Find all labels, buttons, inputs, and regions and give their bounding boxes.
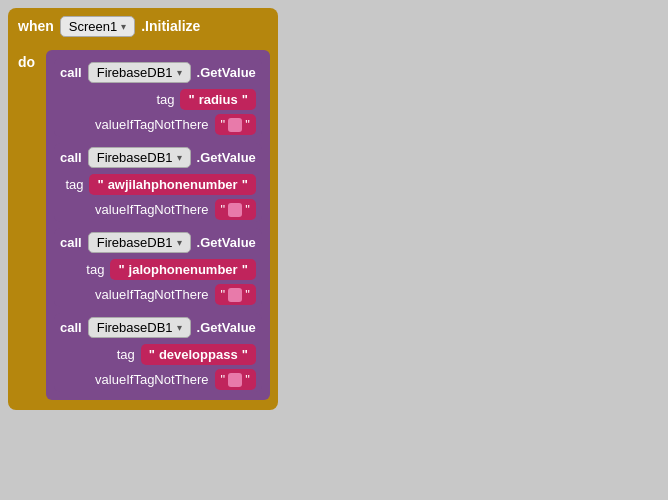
call-row-2: call FirebaseDB1 ▾ .GetValue <box>54 228 262 257</box>
call-row-0: call FirebaseDB1 ▾ .GetValue <box>54 58 262 87</box>
valueifnotthere-label-0: valueIfTagNotThere <box>95 117 208 132</box>
empty-close-quote-0: " <box>245 117 250 132</box>
screen-dropdown-label: Screen1 <box>69 19 117 34</box>
when-label: when <box>18 18 54 34</box>
firebase-dropdown-3[interactable]: FirebaseDB1 ▾ <box>88 317 191 338</box>
valueifnotthere-label-1: valueIfTagNotThere <box>95 202 208 217</box>
empty-open-quote-2: " <box>221 287 226 302</box>
when-block: when Screen1 ▾ .Initialize <box>8 8 278 44</box>
empty-open-quote-3: " <box>221 372 226 387</box>
empty-value-pill-2[interactable]: " " <box>215 284 256 305</box>
open-quote-2: " <box>118 262 124 277</box>
tag-value-0: radius <box>199 92 238 107</box>
blocks-workspace: when Screen1 ▾ .Initialize do call Fireb… <box>0 0 286 418</box>
dropdown-arrow-1-icon: ▾ <box>177 152 182 163</box>
tag-value-pill-2[interactable]: " jalophonenumber " <box>110 259 255 280</box>
close-quote-0: " <box>242 92 248 107</box>
empty-box-0 <box>228 118 242 132</box>
valueifnotthere-row-3: valueIfTagNotThere " " <box>54 367 262 392</box>
call-row-3: call FirebaseDB1 ▾ .GetValue <box>54 313 262 342</box>
call-block-2: call FirebaseDB1 ▾ .GetValue tag " jalop… <box>54 228 262 307</box>
empty-close-quote-1: " <box>245 202 250 217</box>
firebase-dropdown-1[interactable]: FirebaseDB1 ▾ <box>88 147 191 168</box>
dropdown-arrow-3-icon: ▾ <box>177 322 182 333</box>
empty-value-pill-3[interactable]: " " <box>215 369 256 390</box>
call-label-3: call <box>60 320 82 335</box>
valueifnotthere-row-2: valueIfTagNotThere " " <box>54 282 262 307</box>
tag-row-1: tag " awjilahphonenumber " <box>54 172 262 197</box>
call-label-2: call <box>60 235 82 250</box>
call-block-0: call FirebaseDB1 ▾ .GetValue tag " radiu… <box>54 58 262 137</box>
empty-value-pill-1[interactable]: " " <box>215 199 256 220</box>
firebase-dropdown-2[interactable]: FirebaseDB1 ▾ <box>88 232 191 253</box>
tag-row-2: tag " jalophonenumber " <box>54 257 262 282</box>
empty-open-quote-1: " <box>221 202 226 217</box>
dropdown-arrow-icon: ▾ <box>121 21 126 32</box>
tag-value-2: jalophonenumber <box>129 262 238 277</box>
dropdown-arrow-0-icon: ▾ <box>177 67 182 78</box>
tag-row-3: tag " developpass " <box>54 342 262 367</box>
empty-open-quote-0: " <box>221 117 226 132</box>
do-label: do <box>8 44 46 70</box>
firebase-label-1: FirebaseDB1 <box>97 150 173 165</box>
tag-param-label-2: tag <box>86 262 104 277</box>
firebase-label-3: FirebaseDB1 <box>97 320 173 335</box>
tag-value-3: developpass <box>159 347 238 362</box>
getvalue-label-3: .GetValue <box>197 320 256 335</box>
valueifnotthere-label-3: valueIfTagNotThere <box>95 372 208 387</box>
tag-param-label-3: tag <box>117 347 135 362</box>
screen-dropdown[interactable]: Screen1 ▾ <box>60 16 135 37</box>
valueifnotthere-row-0: valueIfTagNotThere " " <box>54 112 262 137</box>
open-quote-1: " <box>97 177 103 192</box>
initialize-label: .Initialize <box>141 18 200 34</box>
valueifnotthere-label-2: valueIfTagNotThere <box>95 287 208 302</box>
valueifnotthere-row-1: valueIfTagNotThere " " <box>54 197 262 222</box>
close-quote-1: " <box>242 177 248 192</box>
empty-box-3 <box>228 373 242 387</box>
tag-param-label-1: tag <box>65 177 83 192</box>
tag-value-pill-3[interactable]: " developpass " <box>141 344 256 365</box>
close-quote-3: " <box>242 347 248 362</box>
call-row-1: call FirebaseDB1 ▾ .GetValue <box>54 143 262 172</box>
tag-value-pill-1[interactable]: " awjilahphonenumber " <box>89 174 255 195</box>
getvalue-label-1: .GetValue <box>197 150 256 165</box>
firebase-label-2: FirebaseDB1 <box>97 235 173 250</box>
empty-box-2 <box>228 288 242 302</box>
do-block: do call FirebaseDB1 ▾ .GetValue tag " ra… <box>8 44 278 410</box>
empty-close-quote-3: " <box>245 372 250 387</box>
tag-value-pill-0[interactable]: " radius " <box>180 89 255 110</box>
getvalue-label-0: .GetValue <box>197 65 256 80</box>
open-quote-3: " <box>149 347 155 362</box>
inner-blocks-container: call FirebaseDB1 ▾ .GetValue tag " radiu… <box>46 50 270 400</box>
empty-box-1 <box>228 203 242 217</box>
empty-close-quote-2: " <box>245 287 250 302</box>
getvalue-label-2: .GetValue <box>197 235 256 250</box>
call-block-1: call FirebaseDB1 ▾ .GetValue tag " awjil… <box>54 143 262 222</box>
tag-row-0: tag " radius " <box>54 87 262 112</box>
call-label-0: call <box>60 65 82 80</box>
dropdown-arrow-2-icon: ▾ <box>177 237 182 248</box>
tag-value-1: awjilahphonenumber <box>108 177 238 192</box>
open-quote-0: " <box>188 92 194 107</box>
empty-value-pill-0[interactable]: " " <box>215 114 256 135</box>
call-label-1: call <box>60 150 82 165</box>
tag-param-label-0: tag <box>156 92 174 107</box>
firebase-dropdown-0[interactable]: FirebaseDB1 ▾ <box>88 62 191 83</box>
firebase-label-0: FirebaseDB1 <box>97 65 173 80</box>
call-block-3: call FirebaseDB1 ▾ .GetValue tag " devel… <box>54 313 262 392</box>
close-quote-2: " <box>242 262 248 277</box>
